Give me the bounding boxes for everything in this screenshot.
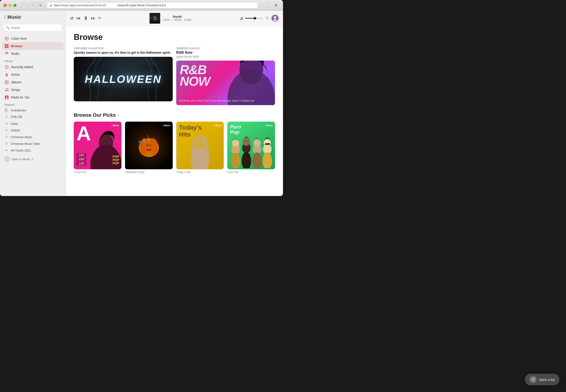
sidebar:  Music 🔍 Listen Now (0, 11, 66, 196)
svg-point-13 (7, 90, 8, 91)
apple-music-badge:  Music (111, 124, 119, 127)
playlist-icon: ≡ (4, 128, 8, 132)
sidebar-item-albums[interactable]: Albums (2, 78, 64, 86)
playlist-label: AudioBooks (11, 109, 26, 112)
svg-text:S: S (153, 15, 157, 21)
alist-pop-label: A-List Pop (74, 171, 121, 174)
picks-more-button[interactable]: › (117, 113, 119, 117)
sidebar-item-songs[interactable]: Songs (2, 86, 64, 94)
library-label: Library (0, 57, 66, 63)
featured-card-halloween[interactable]: FEATURED COLLECTION Spooky season is upo… (74, 47, 173, 105)
sidebar-item-artists[interactable]: Artists (2, 71, 64, 78)
refresh-button[interactable]: ↻ (37, 2, 44, 9)
pick-card-halloween-party[interactable]:  Music (125, 122, 173, 174)
forward-button[interactable]: → (29, 2, 36, 9)
playlist-icon: ≡ (4, 135, 8, 139)
playlist-item-akb48[interactable]: ≡ AKB48 (2, 127, 64, 134)
puro-pop-image:  Music PuroPop (227, 122, 275, 169)
halloween-party-image:  Music (125, 122, 173, 169)
recently-added-icon (4, 65, 9, 69)
todays-hits-label: Today's Hits (176, 171, 224, 174)
nav-buttons: ← → ↻ (21, 2, 44, 9)
todays-hits-image:  Music Today'sHits (176, 122, 224, 169)
featured-card-rnb[interactable]: UPDATED PLAYLIST R&B Now Apple Music R&B… (176, 47, 275, 105)
open-in-music-button[interactable]: Open in Music ↗ (0, 154, 66, 164)
open-in-music-label: Open in Music ↗ (12, 157, 33, 161)
previous-button[interactable]: ⏮ (76, 15, 81, 21)
avatar[interactable] (271, 15, 279, 22)
sidebar-item-label: Artists (11, 73, 20, 76)
rnb-now-text: R&BNOW (180, 64, 210, 87)
pop-text: POPPOPPOP (113, 155, 119, 165)
player-track-info: S Skyfall Adele — Skyfall - Single (104, 13, 236, 24)
playlist-item-hit-tracks[interactable]: ≡ Hit Tracks 2021 (2, 147, 64, 154)
minimize-button[interactable] (8, 4, 12, 7)
sidebar-logo:  Music (0, 11, 66, 22)
apple-logo-icon:  (4, 15, 6, 20)
sidebar-item-label: Browse (11, 44, 23, 48)
search-input[interactable] (11, 26, 59, 29)
playlist-icon: ≡ (4, 122, 8, 126)
search-bar[interactable]: 🔍 (4, 24, 62, 31)
history-icon[interactable]: 🕐 (263, 2, 270, 9)
volume-slider[interactable] (245, 18, 263, 19)
repeat-button[interactable]: ↻ (98, 16, 101, 20)
sidebar-item-recently-added[interactable]: Recently Added (2, 63, 64, 71)
settings-icon[interactable]: ⚙ (272, 2, 279, 9)
apple-music-badge:  Music (265, 124, 273, 127)
svg-point-8 (6, 73, 7, 75)
svg-point-12 (5, 90, 6, 92)
lock-icon: 🔒 (49, 4, 52, 7)
playlist-item-adele[interactable]: ≡ Adele (2, 120, 64, 127)
rnb-subtitle: Apple Music R&B (176, 55, 275, 58)
sidebar-item-browse[interactable]: Browse (2, 42, 64, 50)
playlist-label: AKB48 (11, 129, 20, 132)
sidebar-item-listen-now[interactable]: Listen Now (2, 35, 64, 42)
pumpkin-icon (125, 122, 173, 169)
svg-point-11 (6, 82, 7, 83)
apple-music-badge:  Music (214, 124, 222, 127)
app-window: ← → ↻ 🔒 https://music.apple.com/us/brows… (0, 0, 283, 196)
halloween-image[interactable]: HALLOWEEN (74, 57, 173, 101)
pick-card-alist-pop[interactable]:  Music A -LIST -LIST -LIS (74, 122, 121, 174)
sidebar-item-label: Albums (11, 80, 22, 84)
close-button[interactable] (4, 4, 7, 7)
sidebar-item-made-for-you[interactable]: Made for You (2, 94, 64, 101)
svg-point-22 (7, 159, 7, 159)
artists-icon (4, 72, 9, 77)
svg-point-6 (6, 53, 7, 54)
play-pause-button[interactable]: ⏸ (83, 15, 88, 21)
browse-icon (4, 44, 9, 48)
listen-now-icon (4, 36, 9, 41)
playlist-item-japanese[interactable]: ≡ 日本の歌 (2, 113, 64, 120)
featured-collection-title: Spooky season is upon us. It's time to g… (74, 51, 173, 55)
rnb-image[interactable]: R&BNOW (176, 61, 275, 105)
playlist-label: 日本の歌 (11, 115, 22, 119)
halloween-party-label: Halloween Party (125, 171, 173, 174)
pick-card-todays-hits[interactable]:  Music Today'sHits (176, 122, 224, 174)
sidebar-item-radio[interactable]: Radio (2, 50, 64, 57)
next-button[interactable]: ⏭ (91, 15, 95, 21)
albums-icon (4, 80, 9, 84)
fullscreen-button[interactable] (13, 4, 16, 7)
playlist-item-audiobooks[interactable]: AudioBooks (2, 107, 64, 113)
svg-rect-2 (5, 44, 6, 46)
shuffle-button[interactable]: ⇄ (70, 16, 73, 21)
album-art: S (150, 13, 160, 24)
track-name: Skyfall (163, 15, 192, 18)
track-subtitle: Adele — Skyfall - Single (163, 18, 192, 21)
sidebar-item-label: Made for You (11, 96, 30, 99)
back-button[interactable]: ← (21, 2, 28, 9)
queue-icon[interactable]: ☰ (266, 16, 269, 20)
svg-point-41 (243, 138, 250, 146)
playlist-label: Christmas Music Video (11, 142, 40, 145)
playlist-item-christmas-music[interactable]: ≡ Christmas Music (2, 134, 64, 140)
sidebar-nav: Listen Now Browse (0, 35, 66, 57)
sidebar-item-label: Radio (11, 52, 19, 56)
playlist-item-christmas-video[interactable]: ≡ Christmas Music Video (2, 140, 64, 147)
url-text: https://music.apple.com/us/browse?l=en-U… (54, 4, 106, 7)
playlist-icon: ≡ (4, 148, 8, 152)
svg-point-47 (264, 139, 271, 146)
pick-card-puro-pop[interactable]:  Music PuroPop (227, 122, 275, 174)
library-nav: Recently Added Artists Albums (0, 63, 66, 101)
